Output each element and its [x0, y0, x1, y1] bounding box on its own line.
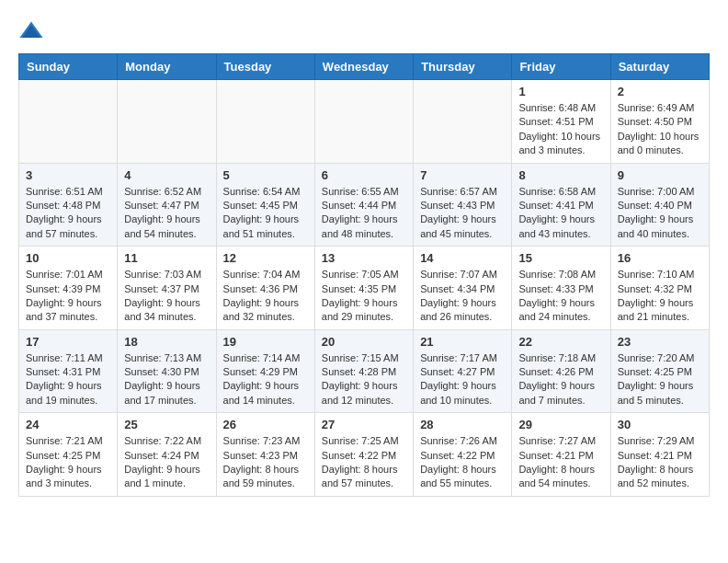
day-number: 22: [518, 335, 603, 349]
day-number: 18: [124, 335, 209, 349]
calendar-cell: 26Sunrise: 7:23 AM Sunset: 4:23 PM Dayli…: [216, 413, 314, 497]
calendar-week-row: 10Sunrise: 7:01 AM Sunset: 4:39 PM Dayli…: [19, 247, 710, 330]
day-info: Sunrise: 7:18 AM Sunset: 4:26 PM Dayligh…: [518, 351, 603, 408]
calendar-cell: 5Sunrise: 6:54 AM Sunset: 4:45 PM Daylig…: [216, 163, 314, 247]
day-number: 14: [420, 251, 505, 265]
day-number: 27: [322, 418, 406, 431]
day-number: 28: [420, 418, 505, 431]
day-info: Sunrise: 7:03 AM Sunset: 4:37 PM Dayligh…: [124, 268, 209, 325]
calendar-cell: 29Sunrise: 7:27 AM Sunset: 4:21 PM Dayli…: [512, 413, 610, 497]
calendar-week-row: 17Sunrise: 7:11 AM Sunset: 4:31 PM Dayli…: [19, 329, 710, 413]
day-number: 29: [518, 418, 603, 431]
calendar-cell: [216, 80, 314, 164]
day-info: Sunrise: 6:55 AM Sunset: 4:44 PM Dayligh…: [322, 185, 406, 242]
day-info: Sunrise: 7:25 AM Sunset: 4:22 PM Dayligh…: [322, 434, 406, 491]
weekday-header: Monday: [118, 54, 216, 80]
calendar-cell: 27Sunrise: 7:25 AM Sunset: 4:22 PM Dayli…: [314, 413, 413, 497]
calendar-cell: 28Sunrise: 7:26 AM Sunset: 4:22 PM Dayli…: [414, 413, 512, 497]
calendar-cell: 17Sunrise: 7:11 AM Sunset: 4:31 PM Dayli…: [19, 329, 118, 413]
day-info: Sunrise: 7:26 AM Sunset: 4:22 PM Dayligh…: [420, 434, 505, 491]
calendar-cell: 14Sunrise: 7:07 AM Sunset: 4:34 PM Dayli…: [414, 247, 512, 330]
day-info: Sunrise: 7:23 AM Sunset: 4:23 PM Dayligh…: [223, 434, 308, 491]
weekday-header: Wednesday: [314, 54, 413, 80]
calendar-cell: 18Sunrise: 7:13 AM Sunset: 4:30 PM Dayli…: [118, 329, 216, 413]
logo: [18, 18, 48, 44]
day-info: Sunrise: 6:51 AM Sunset: 4:48 PM Dayligh…: [26, 185, 110, 242]
logo-icon: [18, 18, 44, 44]
day-number: 2: [618, 85, 702, 98]
day-number: 25: [124, 418, 209, 431]
day-number: 8: [518, 168, 603, 182]
calendar-cell: 2Sunrise: 6:49 AM Sunset: 4:50 PM Daylig…: [610, 80, 709, 164]
day-number: 19: [223, 335, 308, 349]
day-info: Sunrise: 7:08 AM Sunset: 4:33 PM Dayligh…: [518, 268, 603, 325]
calendar-cell: 16Sunrise: 7:10 AM Sunset: 4:32 PM Dayli…: [610, 247, 709, 330]
calendar-cell: [314, 80, 413, 164]
day-number: 13: [322, 251, 406, 265]
calendar-cell: 7Sunrise: 6:57 AM Sunset: 4:43 PM Daylig…: [414, 163, 512, 247]
day-info: Sunrise: 6:57 AM Sunset: 4:43 PM Dayligh…: [420, 185, 505, 242]
calendar-cell: 9Sunrise: 7:00 AM Sunset: 4:40 PM Daylig…: [610, 163, 709, 247]
day-info: Sunrise: 7:20 AM Sunset: 4:25 PM Dayligh…: [618, 351, 702, 408]
day-number: 3: [26, 168, 110, 182]
day-number: 15: [518, 251, 603, 265]
day-info: Sunrise: 7:10 AM Sunset: 4:32 PM Dayligh…: [618, 268, 702, 325]
day-number: 4: [124, 168, 209, 182]
calendar-cell: 23Sunrise: 7:20 AM Sunset: 4:25 PM Dayli…: [610, 329, 709, 413]
day-info: Sunrise: 7:00 AM Sunset: 4:40 PM Dayligh…: [618, 185, 702, 242]
calendar-cell: [118, 80, 216, 164]
day-info: Sunrise: 7:29 AM Sunset: 4:21 PM Dayligh…: [618, 434, 702, 491]
day-number: 16: [618, 251, 702, 265]
day-info: Sunrise: 6:58 AM Sunset: 4:41 PM Dayligh…: [518, 185, 603, 242]
calendar-cell: 8Sunrise: 6:58 AM Sunset: 4:41 PM Daylig…: [512, 163, 610, 247]
day-number: 11: [124, 251, 209, 265]
day-number: 21: [420, 335, 505, 349]
day-number: 24: [26, 418, 110, 431]
calendar-cell: 3Sunrise: 6:51 AM Sunset: 4:48 PM Daylig…: [19, 163, 118, 247]
day-number: 10: [26, 251, 110, 265]
day-info: Sunrise: 7:01 AM Sunset: 4:39 PM Dayligh…: [26, 268, 110, 325]
day-number: 23: [618, 335, 702, 349]
day-info: Sunrise: 7:27 AM Sunset: 4:21 PM Dayligh…: [518, 434, 603, 491]
day-number: 7: [420, 168, 505, 182]
day-info: Sunrise: 6:52 AM Sunset: 4:47 PM Dayligh…: [124, 185, 209, 242]
calendar-cell: 6Sunrise: 6:55 AM Sunset: 4:44 PM Daylig…: [314, 163, 413, 247]
day-info: Sunrise: 7:11 AM Sunset: 4:31 PM Dayligh…: [26, 351, 110, 408]
day-number: 1: [518, 85, 603, 98]
weekday-header: Saturday: [610, 54, 709, 80]
calendar-header-row: SundayMondayTuesdayWednesdayThursdayFrid…: [19, 54, 710, 80]
day-info: Sunrise: 7:13 AM Sunset: 4:30 PM Dayligh…: [124, 351, 209, 408]
day-number: 9: [618, 168, 702, 182]
calendar-cell: 21Sunrise: 7:17 AM Sunset: 4:27 PM Dayli…: [414, 329, 512, 413]
page-header: [18, 18, 710, 44]
calendar-cell: 15Sunrise: 7:08 AM Sunset: 4:33 PM Dayli…: [512, 247, 610, 330]
day-info: Sunrise: 7:21 AM Sunset: 4:25 PM Dayligh…: [26, 434, 110, 491]
calendar-cell: 25Sunrise: 7:22 AM Sunset: 4:24 PM Dayli…: [118, 413, 216, 497]
calendar-cell: [414, 80, 512, 164]
calendar-cell: 10Sunrise: 7:01 AM Sunset: 4:39 PM Dayli…: [19, 247, 118, 330]
calendar-week-row: 3Sunrise: 6:51 AM Sunset: 4:48 PM Daylig…: [19, 163, 710, 247]
weekday-header: Tuesday: [216, 54, 314, 80]
calendar-cell: 1Sunrise: 6:48 AM Sunset: 4:51 PM Daylig…: [512, 80, 610, 164]
calendar-table: SundayMondayTuesdayWednesdayThursdayFrid…: [18, 53, 710, 497]
day-info: Sunrise: 6:48 AM Sunset: 4:51 PM Dayligh…: [518, 101, 603, 158]
day-info: Sunrise: 7:04 AM Sunset: 4:36 PM Dayligh…: [223, 268, 308, 325]
calendar-cell: 13Sunrise: 7:05 AM Sunset: 4:35 PM Dayli…: [314, 247, 413, 330]
day-info: Sunrise: 6:54 AM Sunset: 4:45 PM Dayligh…: [223, 185, 308, 242]
calendar-cell: 11Sunrise: 7:03 AM Sunset: 4:37 PM Dayli…: [118, 247, 216, 330]
calendar-cell: 20Sunrise: 7:15 AM Sunset: 4:28 PM Dayli…: [314, 329, 413, 413]
calendar-cell: 19Sunrise: 7:14 AM Sunset: 4:29 PM Dayli…: [216, 329, 314, 413]
weekday-header: Sunday: [19, 54, 118, 80]
calendar-cell: 12Sunrise: 7:04 AM Sunset: 4:36 PM Dayli…: [216, 247, 314, 330]
day-number: 12: [223, 251, 308, 265]
day-info: Sunrise: 7:07 AM Sunset: 4:34 PM Dayligh…: [420, 268, 505, 325]
calendar-cell: 4Sunrise: 6:52 AM Sunset: 4:47 PM Daylig…: [118, 163, 216, 247]
day-info: Sunrise: 7:15 AM Sunset: 4:28 PM Dayligh…: [322, 351, 406, 408]
calendar-cell: [19, 80, 118, 164]
day-info: Sunrise: 7:05 AM Sunset: 4:35 PM Dayligh…: [322, 268, 406, 325]
weekday-header: Thursday: [414, 54, 512, 80]
calendar-cell: 30Sunrise: 7:29 AM Sunset: 4:21 PM Dayli…: [610, 413, 709, 497]
day-number: 26: [223, 418, 308, 431]
day-number: 17: [26, 335, 110, 349]
day-info: Sunrise: 7:22 AM Sunset: 4:24 PM Dayligh…: [124, 434, 209, 491]
